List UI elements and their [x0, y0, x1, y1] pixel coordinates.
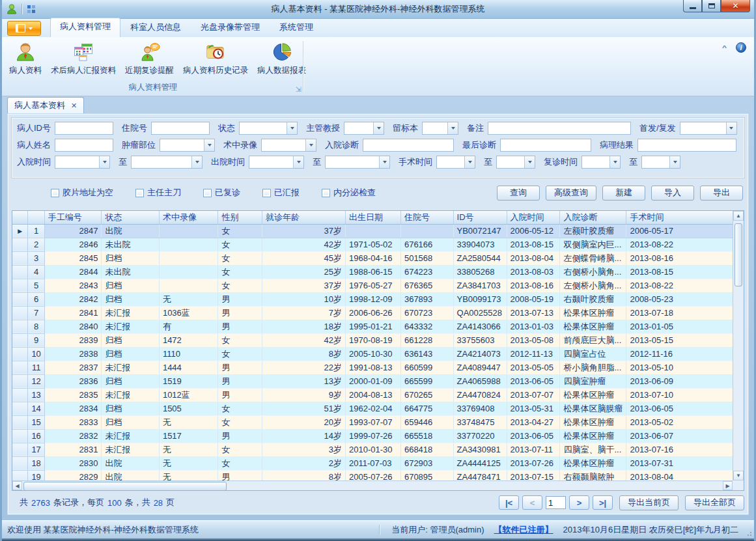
- cell[interactable]: 女: [218, 333, 262, 347]
- cell[interactable]: 33805268: [453, 265, 507, 279]
- cell[interactable]: 2013-06-05: [507, 374, 560, 388]
- table-row[interactable]: 102838归档1110女8岁2005-10-30636143ZA4214073…: [12, 347, 744, 361]
- cell[interactable]: 2013-05-15: [626, 333, 744, 347]
- table-row[interactable]: 142834归档1505女51岁1962-02-0466477533769408…: [12, 402, 744, 415]
- cell[interactable]: 668418: [400, 443, 453, 456]
- table-row[interactable]: 112837未汇报1444男22岁1991-08-13660599ZA40894…: [12, 361, 744, 374]
- filter-combo[interactable]: [641, 156, 680, 169]
- cell[interactable]: 有: [159, 320, 218, 333]
- ribbon-tab-3[interactable]: 光盘录像带管理: [191, 18, 270, 37]
- cell[interactable]: 33904073: [453, 238, 507, 251]
- cell[interactable]: 2843: [44, 279, 102, 292]
- filter-combo[interactable]: [131, 156, 203, 169]
- ribbon-button-chart[interactable]: 病人数据报表: [253, 38, 311, 77]
- cell[interactable]: 1517: [159, 429, 218, 443]
- filter-combo[interactable]: [325, 156, 390, 169]
- filter-input[interactable]: [151, 122, 210, 135]
- scroll-right-icon[interactable]: ▶: [723, 481, 733, 490]
- table-row[interactable]: 182830出院无女2岁2011-07-03672903ZA4444125201…: [12, 456, 744, 470]
- table-row[interactable]: 162832未汇报1517男14岁1999-07-266655183377022…: [12, 429, 744, 443]
- cell[interactable]: 1970-08-19: [346, 333, 401, 347]
- table-row[interactable]: 172831未汇报无女3岁2010-01-30668418ZA343098120…: [12, 443, 744, 456]
- cell[interactable]: 1012蓝: [159, 388, 218, 402]
- cell[interactable]: ZA4444125: [453, 456, 507, 470]
- table-row[interactable]: ▶12847出院女37岁YB00721472006-05-12左额叶胶质瘤200…: [12, 224, 744, 238]
- cell[interactable]: 2006-05-17: [626, 224, 744, 238]
- combo-dropdown-button[interactable]: [447, 122, 458, 134]
- table-row[interactable]: 52843归档女37岁1976-05-27676365ZA38417032013…: [12, 279, 744, 292]
- cell[interactable]: 2013-08-22: [626, 279, 744, 292]
- cell[interactable]: 男: [218, 292, 262, 306]
- cell[interactable]: 2013-07-16: [626, 443, 744, 456]
- cell[interactable]: 2847: [44, 224, 102, 238]
- cell[interactable]: 2013-06-05: [626, 402, 744, 415]
- cell[interactable]: [159, 279, 218, 292]
- column-header[interactable]: 性别: [218, 211, 262, 224]
- cell[interactable]: 女: [218, 224, 262, 238]
- query-button[interactable]: 查询: [497, 186, 540, 201]
- cell[interactable]: 18岁: [262, 320, 346, 333]
- cell[interactable]: 2833: [44, 415, 102, 429]
- filter-combo[interactable]: [436, 156, 475, 169]
- cell[interactable]: 2000-01-09: [346, 374, 401, 388]
- cell[interactable]: 未汇报: [102, 306, 159, 320]
- cell[interactable]: [159, 238, 218, 251]
- cell[interactable]: 2005-10-30: [346, 347, 401, 361]
- cell[interactable]: ZA4143066: [453, 320, 507, 333]
- cell[interactable]: 2835: [44, 388, 102, 402]
- cell[interactable]: 2834: [44, 402, 102, 415]
- cell[interactable]: 1995-01-21: [346, 320, 401, 333]
- cell[interactable]: 松果体区肿瘤: [560, 320, 626, 333]
- cell[interactable]: 37岁: [262, 224, 346, 238]
- filter-combo[interactable]: [422, 122, 458, 135]
- checkbox-icon[interactable]: [262, 189, 271, 197]
- combo-dropdown-button[interactable]: [305, 139, 316, 151]
- cell[interactable]: 出院: [102, 224, 159, 238]
- cell[interactable]: 出院: [102, 456, 159, 470]
- cell[interactable]: 右侧桥小脑角...: [560, 265, 626, 279]
- cell[interactable]: 1472: [159, 333, 218, 347]
- cell[interactable]: 归档: [102, 292, 159, 306]
- filter-combo[interactable]: [496, 156, 535, 169]
- new-button[interactable]: 新建: [602, 186, 645, 201]
- cell[interactable]: 2013-07-10: [626, 388, 744, 402]
- table-row[interactable]: 92839归档1472女42岁1970-08-19661228337556032…: [12, 333, 744, 347]
- table-row[interactable]: 152833归档无女20岁1993-07-0765944633748475201…: [12, 415, 744, 429]
- column-header[interactable]: 入院诊断: [560, 211, 626, 224]
- cell[interactable]: 男: [218, 306, 262, 320]
- cell[interactable]: 未汇报: [102, 443, 159, 456]
- cell[interactable]: 1991-08-13: [346, 361, 401, 374]
- cell[interactable]: 1036蓝: [159, 306, 218, 320]
- column-header[interactable]: 出生日期: [346, 211, 401, 224]
- cell[interactable]: 2842: [44, 292, 102, 306]
- ribbon-button-patient[interactable]: 病人资料: [5, 38, 46, 77]
- checkbox-icon[interactable]: [203, 189, 212, 197]
- table-row[interactable]: 62842归档无男10岁1998-12-09367893YB0099173200…: [12, 292, 744, 306]
- filter-input[interactable]: [363, 139, 454, 152]
- cell[interactable]: 2006-05-12: [507, 224, 560, 238]
- quick-access-icon[interactable]: [26, 4, 36, 14]
- filter-checkbox[interactable]: 主任主刀: [135, 187, 181, 199]
- combo-dropdown-button[interactable]: [99, 156, 109, 168]
- cell[interactable]: 659446: [400, 415, 453, 429]
- cell[interactable]: 松果体区肿瘤: [560, 415, 626, 429]
- cell[interactable]: 643332: [400, 320, 453, 333]
- filter-combo[interactable]: [344, 122, 384, 135]
- cell[interactable]: ZA4214073: [453, 347, 507, 361]
- cell[interactable]: 2844: [44, 265, 102, 279]
- cell[interactable]: 674223: [400, 265, 453, 279]
- combo-dropdown-button[interactable]: [464, 156, 475, 168]
- cell[interactable]: 45岁: [262, 251, 346, 265]
- cell[interactable]: 归档: [102, 347, 159, 361]
- cell[interactable]: 男: [218, 361, 262, 374]
- cell[interactable]: 1968-04-16: [346, 251, 401, 265]
- horizontal-scroll-thumb[interactable]: [23, 482, 227, 491]
- cell[interactable]: 2006-06-26: [346, 306, 401, 320]
- cell[interactable]: 2831: [44, 443, 102, 456]
- advanced-query-button[interactable]: 高级查询: [546, 186, 596, 201]
- cell[interactable]: 2013-06-07: [626, 429, 744, 443]
- cell[interactable]: 2836: [44, 374, 102, 388]
- cell[interactable]: ZA4089447: [453, 361, 507, 374]
- cell[interactable]: 2013-01-03: [507, 320, 560, 333]
- combo-dropdown-button[interactable]: [609, 156, 620, 168]
